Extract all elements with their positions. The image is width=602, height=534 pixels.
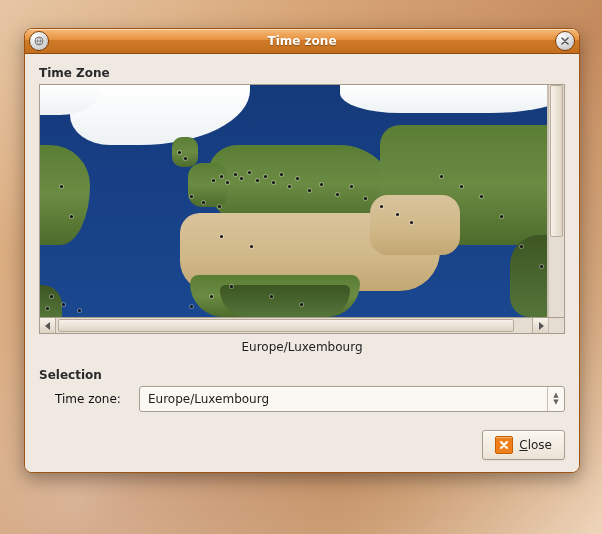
timezone-combobox[interactable]: Europe/Luxembourg ▲▼ (139, 386, 565, 412)
city-dot[interactable] (70, 215, 73, 218)
land-seasia (510, 235, 548, 317)
city-dot[interactable] (220, 235, 223, 238)
city-dot[interactable] (410, 221, 413, 224)
city-dot[interactable] (240, 177, 243, 180)
combobox-spinner-icon[interactable]: ▲▼ (547, 387, 564, 411)
map-vscrollbar[interactable] (548, 85, 564, 317)
city-dot[interactable] (396, 213, 399, 216)
city-dot[interactable] (296, 177, 299, 180)
city-dot[interactable] (500, 215, 503, 218)
map-area (39, 84, 565, 318)
city-dot[interactable] (210, 295, 213, 298)
city-dot[interactable] (272, 181, 275, 184)
city-dot[interactable] (190, 305, 193, 308)
city-dot[interactable] (308, 189, 311, 192)
selection-row: Time zone: Europe/Luxembourg ▲▼ (55, 386, 565, 412)
hscroll-thumb[interactable] (58, 319, 514, 332)
city-dot[interactable] (248, 171, 251, 174)
city-dot[interactable] (218, 205, 221, 208)
land-iberia (188, 163, 228, 207)
city-dot[interactable] (226, 181, 229, 184)
city-dot[interactable] (184, 157, 187, 160)
dialog-content: Time Zone (25, 54, 579, 472)
vscroll-thumb[interactable] (550, 85, 563, 237)
timezone-dialog: Time zone Time Zone (24, 28, 580, 473)
land-uk (172, 137, 198, 167)
desktop-background: Time zone Time Zone (0, 0, 602, 534)
city-dot[interactable] (256, 179, 259, 182)
land-arctic-ne (340, 85, 548, 113)
city-dot[interactable] (288, 185, 291, 188)
city-dot[interactable] (220, 175, 223, 178)
city-dot[interactable] (62, 303, 65, 306)
hscroll-corner (548, 318, 564, 333)
map-frame-label: Time Zone (39, 66, 565, 80)
close-button[interactable]: CCloselose (482, 430, 565, 460)
city-dot[interactable] (230, 285, 233, 288)
city-dot[interactable] (540, 265, 543, 268)
city-dot[interactable] (178, 151, 181, 154)
close-button-label: CCloselose (519, 438, 552, 452)
hscroll-left-button[interactable] (40, 318, 56, 333)
city-dot[interactable] (190, 195, 193, 198)
city-dot[interactable] (50, 295, 53, 298)
city-dot[interactable] (440, 175, 443, 178)
city-dot[interactable] (250, 245, 253, 248)
city-dot[interactable] (480, 195, 483, 198)
vscroll-track[interactable] (549, 85, 564, 317)
selection-frame-label: Selection (39, 368, 565, 382)
hscroll-right-button[interactable] (532, 318, 548, 333)
map-hscrollbar[interactable] (39, 318, 565, 334)
globe-icon (29, 31, 49, 51)
window-title: Time zone (49, 34, 555, 48)
hscroll-track[interactable] (56, 318, 532, 333)
land-africa-s2 (220, 285, 350, 317)
city-dot[interactable] (60, 185, 63, 188)
city-dot[interactable] (300, 303, 303, 306)
city-dot[interactable] (520, 245, 523, 248)
land-arabia (370, 195, 460, 255)
city-dot[interactable] (202, 201, 205, 204)
button-bar: CCloselose (39, 430, 565, 460)
city-dot[interactable] (234, 173, 237, 176)
titlebar[interactable]: Time zone (25, 29, 579, 54)
city-dot[interactable] (270, 295, 273, 298)
city-dot[interactable] (364, 197, 367, 200)
city-dot[interactable] (350, 185, 353, 188)
city-dot[interactable] (380, 205, 383, 208)
city-dot[interactable] (264, 175, 267, 178)
timezone-label: Time zone: (55, 392, 131, 406)
city-dot[interactable] (212, 179, 215, 182)
timezone-value: Europe/Luxembourg (140, 392, 547, 406)
close-icon[interactable] (555, 31, 575, 51)
city-dot[interactable] (460, 185, 463, 188)
city-dot[interactable] (46, 307, 49, 310)
map-section: Europe/Luxembourg (39, 84, 565, 354)
city-dot[interactable] (280, 173, 283, 176)
world-map[interactable] (40, 85, 548, 317)
city-dot[interactable] (320, 183, 323, 186)
city-dot[interactable] (78, 309, 81, 312)
map-caption: Europe/Luxembourg (39, 340, 565, 354)
city-dot[interactable] (336, 193, 339, 196)
cancel-icon (495, 436, 513, 454)
